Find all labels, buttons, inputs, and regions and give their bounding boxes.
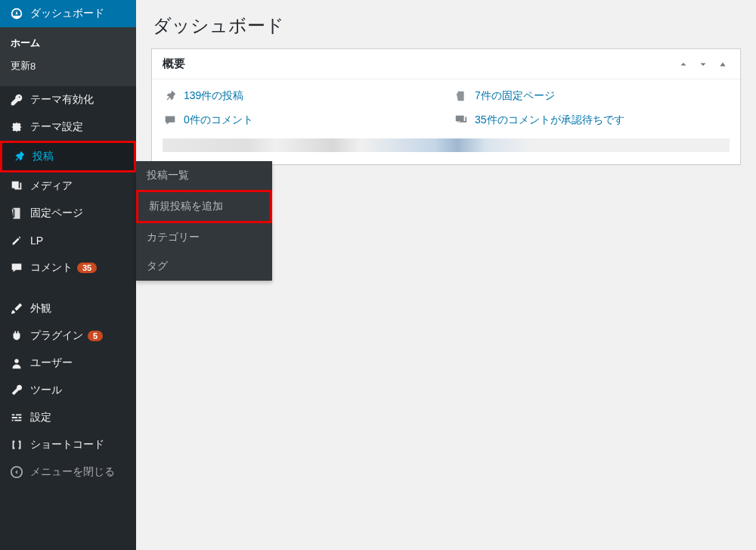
panel-header: 概要 [152,49,740,79]
edit-icon [9,233,24,248]
sidebar-item-label: 設定 [30,411,51,424]
sidebar-item-label: コメント [30,261,73,275]
stat-pages-link[interactable]: 7件の固定ページ [475,89,555,103]
sidebar-item-label: LP [30,235,43,247]
stats-grid: 139件の投稿 7件の固定ページ 0件のコメント 35件のコメントが承認待ちです [163,89,730,128]
page-title: ダッシュボード [151,0,741,48]
sidebar-item-label: 投稿 [33,150,54,163]
dashboard-icon [9,6,24,21]
sidebar-subitem-updates[interactable]: 更新 8 [0,54,136,77]
redacted-info-bar [163,138,730,152]
move-up-icon[interactable] [677,57,690,71]
pin-icon [163,89,178,104]
sidebar-item-tools[interactable]: ツール [0,377,136,404]
sidebar-item-label: 外観 [30,302,51,315]
sidebar-submenu-dashboard: ホーム 更新 8 [0,27,136,86]
sidebar-item-label: ショートコード [30,438,104,452]
posts-flyout-menu: 投稿一覧 新規投稿を追加 カテゴリー タグ [136,161,272,281]
user-icon [9,356,24,371]
sidebar-separator [0,281,136,295]
comments-badge: 35 [77,263,97,273]
page-icon [9,206,24,221]
sidebar-item-label: テーマ有効化 [30,93,94,107]
shortcode-icon [9,437,24,452]
updates-badge: 8 [30,61,36,72]
panel-controls [677,57,730,71]
wrench-icon [9,383,24,398]
overview-panel: 概要 139件の投稿 7件の固定ページ [151,48,741,165]
sidebar-item-comments[interactable]: コメント 35 [0,254,136,281]
panel-body: 139件の投稿 7件の固定ページ 0件のコメント 35件のコメントが承認待ちです [152,79,740,164]
sidebar-item-settings[interactable]: 設定 [0,404,136,431]
sidebar-item-theme-settings[interactable]: テーマ設定 [0,113,136,141]
sidebar-item-users[interactable]: ユーザー [0,350,136,377]
plugins-badge: 5 [88,331,103,341]
sidebar-item-lp[interactable]: LP [0,227,136,254]
sidebar-item-label: ツール [30,384,62,397]
sidebar-item-posts[interactable]: 投稿 [0,141,136,172]
move-down-icon[interactable] [696,57,710,71]
flyout-item-categories[interactable]: カテゴリー [136,223,272,252]
sidebar-item-label: メディア [30,179,73,193]
stat-posts-link[interactable]: 139件の投稿 [184,89,243,103]
sidebar-item-theme-activation[interactable]: テーマ有効化 [0,86,136,113]
pages-icon [454,89,469,104]
panel-title: 概要 [163,57,185,71]
svg-point-0 [14,183,16,185]
sidebar-item-shortcode[interactable]: ショートコード [0,431,136,458]
stat-pending-comments: 35件のコメントが承認待ちです [454,113,730,128]
sidebar-item-label: ダッシュボード [30,7,104,20]
sidebar-subitem-label: 更新 [11,59,30,73]
sidebar-item-pages[interactable]: 固定ページ [0,200,136,227]
sidebar-item-label: ユーザー [30,356,73,370]
sidebar-item-plugins[interactable]: プラグイン 5 [0,322,136,350]
comment-icon [9,260,24,275]
plugin-icon [9,328,24,343]
sidebar-item-media[interactable]: メディア [0,172,136,200]
media-icon [9,179,24,194]
sidebar-item-collapse[interactable]: メニューを閉じる [0,458,136,486]
admin-sidebar: ダッシュボード ホーム 更新 8 テーマ有効化 テーマ設定 投稿 メディア [0,0,136,550]
gear-icon [9,120,24,135]
stat-comments: 0件のコメント [163,113,438,128]
brush-icon [9,301,24,316]
sidebar-item-label: メニューを閉じる [30,465,115,479]
sidebar-item-label: テーマ設定 [30,120,83,134]
stat-pending-comments-link[interactable]: 35件のコメントが承認待ちです [475,113,624,127]
sidebar-subitem-home[interactable]: ホーム [0,32,136,54]
pin-icon [11,149,26,164]
stat-posts: 139件の投稿 [163,89,438,104]
stat-comments-link[interactable]: 0件のコメント [184,113,253,127]
svg-point-1 [14,359,18,363]
comment-icon [163,113,178,128]
toggle-panel-icon[interactable] [716,57,730,71]
flyout-item-add-new[interactable]: 新規投稿を追加 [136,190,272,223]
sidebar-item-dashboard[interactable]: ダッシュボード [0,0,136,27]
sidebar-item-label: プラグイン [30,329,83,343]
sidebar-item-label: 固定ページ [30,207,83,220]
stat-pages: 7件の固定ページ [454,89,730,104]
key-icon [9,92,24,107]
collapse-icon [9,465,24,480]
comments-pending-icon [454,113,469,128]
sliders-icon [9,410,24,425]
sidebar-item-appearance[interactable]: 外観 [0,295,136,322]
flyout-item-posts-list[interactable]: 投稿一覧 [136,161,272,190]
flyout-item-tags[interactable]: タグ [136,252,272,281]
